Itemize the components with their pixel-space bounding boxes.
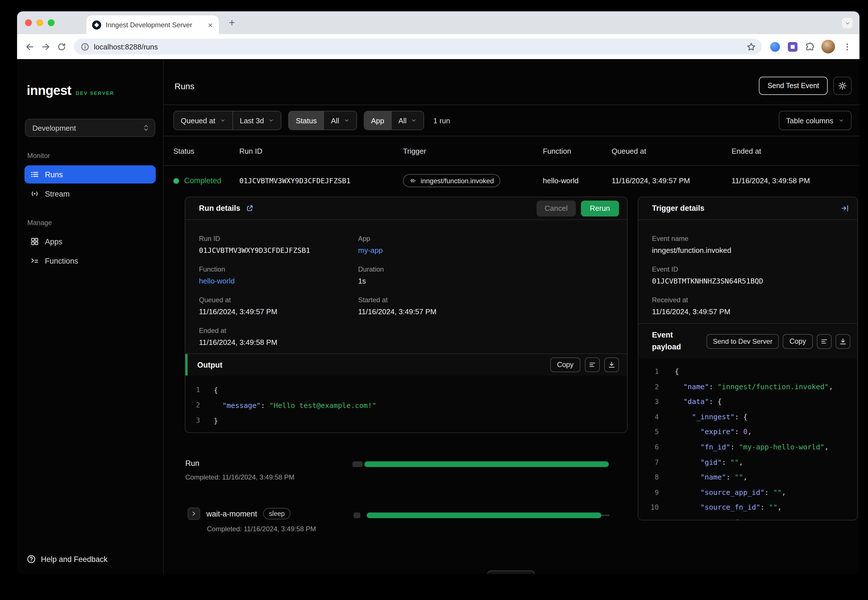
sidebar-section-label: Monitor: [17, 137, 163, 164]
run-status-cell: Completed: [173, 176, 222, 185]
timeline-step-bar[interactable]: [354, 512, 609, 518]
trigger-details-header: Trigger details: [638, 197, 857, 220]
table-row[interactable]: Completed 01JCVBTMV3WXY9D3CFDEJFZSB1 inn…: [164, 166, 859, 195]
wrap-text-button[interactable]: [585, 358, 600, 372]
wrap-payload-button[interactable]: [817, 334, 832, 348]
browser-toolbar: localhost:8288/runs: [17, 34, 859, 59]
gear-icon: [838, 81, 847, 90]
trigger-badge[interactable]: inngest/function.invoked: [403, 174, 500, 187]
line-number: 3: [193, 413, 200, 429]
sidebar-item-apps[interactable]: Apps: [24, 232, 156, 251]
send-test-event-button[interactable]: Send Test Event: [759, 77, 828, 95]
back-button[interactable]: [21, 39, 38, 55]
tab-search-button[interactable]: [842, 18, 853, 29]
copy-payload-button[interactable]: Copy: [783, 334, 813, 348]
column-header-trigger: Trigger: [403, 147, 426, 155]
external-link-icon[interactable]: [246, 204, 254, 212]
sidebar-item-functions[interactable]: Functions: [24, 252, 156, 270]
trigger-details-title: Trigger details: [652, 204, 704, 212]
extension-b-icon[interactable]: [788, 42, 798, 52]
rerun-button[interactable]: Rerun: [581, 200, 619, 216]
code-line: 10 "source_fn_id": "",: [638, 500, 857, 515]
field-started-at: Started at11/16/2024, 3:49:57 PM: [358, 296, 613, 316]
chevron-down-icon: [220, 118, 225, 123]
scroll-peek-button[interactable]: [487, 570, 535, 574]
help-icon: [27, 555, 36, 564]
field-label: Started at: [358, 296, 613, 304]
expand-payload-button[interactable]: [836, 334, 850, 348]
queued-segment: [352, 461, 363, 467]
help-and-feedback[interactable]: Help and Feedback: [27, 555, 108, 564]
url-bar[interactable]: localhost:8288/runs: [74, 39, 762, 55]
queued-at-filter[interactable]: Queued at: [174, 111, 232, 130]
line-number: 5: [645, 425, 659, 440]
column-header-function: Function: [543, 147, 571, 155]
sidebar-item-runs[interactable]: Runs: [24, 165, 156, 183]
field-label: App: [358, 235, 613, 242]
expand-output-button[interactable]: [604, 358, 619, 372]
extensions-puzzle-icon: [804, 42, 814, 52]
expand-step-button[interactable]: [188, 508, 200, 520]
event-icon: [409, 177, 417, 184]
wrap-text-icon: [588, 361, 596, 369]
app-filter-group: App All: [364, 111, 424, 130]
table-columns-button[interactable]: Table columns: [779, 111, 851, 130]
time-range-filter[interactable]: Last 3d: [232, 111, 281, 130]
forward-button[interactable]: [38, 39, 53, 55]
browser-menu-button[interactable]: [839, 39, 855, 55]
payload-code-block: 1{2 "name": "inngest/function.invoked",3…: [638, 359, 857, 520]
tab-title: Inngest Development Server: [106, 21, 202, 29]
cancel-button[interactable]: Cancel: [537, 200, 575, 216]
refresh-button[interactable]: [53, 39, 69, 55]
close-window-button[interactable]: [25, 19, 32, 26]
field-label: Function: [199, 265, 358, 273]
inngest-app: inngest DEV SERVER Development MonitorRu…: [17, 59, 859, 574]
run-id-cell: 01JCVBTMV3WXY9D3CFDEJFZSB1: [239, 176, 351, 185]
profile-avatar[interactable]: [821, 40, 835, 53]
send-to-dev-server-button[interactable]: Send to Dev Server: [707, 334, 778, 348]
trigger-details-panel: Trigger details Event nameinngest/functi…: [638, 197, 858, 520]
timeline-run-bar[interactable]: [352, 461, 609, 467]
bookmark-star-icon[interactable]: [747, 42, 756, 52]
column-header-status: Status: [173, 147, 194, 155]
arrow-to-line-icon[interactable]: [841, 204, 849, 212]
sidebar-item-stream[interactable]: Stream: [24, 185, 156, 203]
site-info-icon[interactable]: [81, 42, 89, 51]
extension-a-icon[interactable]: [770, 42, 780, 52]
zoom-window-button[interactable]: [48, 19, 55, 26]
tab-close-icon[interactable]: ×: [206, 20, 214, 29]
browser-tab[interactable]: Inngest Development Server ×: [86, 15, 219, 34]
line-number: 1: [645, 364, 659, 379]
line-number: 10: [645, 500, 659, 515]
trigger-cell: inngest/function.invoked: [403, 174, 500, 187]
extensions-button[interactable]: [801, 39, 817, 55]
status-filter[interactable]: All: [323, 111, 356, 130]
new-tab-button[interactable]: +: [225, 16, 239, 30]
field-label: Duration: [358, 265, 613, 273]
back-icon: [25, 42, 34, 52]
field-label: Received at: [652, 296, 849, 304]
app-filter-label: App: [364, 111, 391, 130]
stream-icon: [30, 189, 39, 198]
code-line: 3}: [185, 413, 627, 429]
sidebar-nav: MonitorRunsStreamManageAppsFunctions: [17, 137, 163, 270]
refresh-icon: [56, 42, 66, 52]
step-tail-line: [601, 515, 609, 516]
environment-selector[interactable]: Development: [25, 119, 155, 137]
minimize-window-button[interactable]: [36, 19, 43, 26]
app-filter-value: All: [399, 116, 407, 125]
tab-strip: Inngest Development Server × +: [17, 11, 859, 34]
functions-icon: [30, 256, 39, 265]
field-event-id: Event ID01JCVBTMTKNHNHZ3SN64R51BQD: [652, 265, 849, 285]
app-filter[interactable]: All: [391, 111, 424, 130]
line-number: 9: [645, 485, 659, 500]
chevron-down-icon: [411, 118, 417, 123]
runs-icon: [30, 170, 39, 179]
url-text[interactable]: localhost:8288/runs: [94, 42, 742, 51]
copy-output-button[interactable]: Copy: [550, 358, 580, 372]
pull-down-icon: [839, 337, 847, 345]
settings-button[interactable]: [833, 77, 851, 95]
field-value-app[interactable]: my-app: [358, 246, 613, 255]
field-value-function[interactable]: hello-world: [199, 277, 358, 285]
line-number: 3: [645, 394, 659, 409]
